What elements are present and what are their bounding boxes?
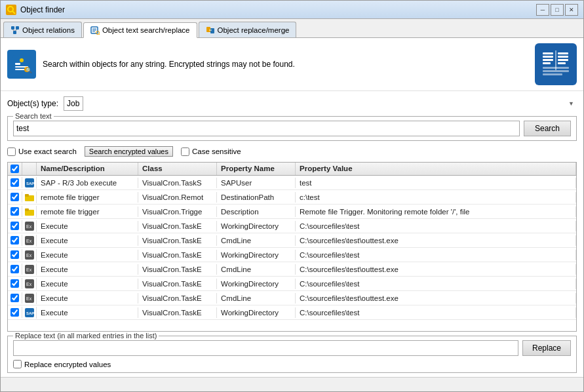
- row-checkbox[interactable]: [10, 193, 19, 201]
- row-name: Execute: [37, 293, 138, 304]
- select-all-checkbox[interactable]: [10, 165, 19, 173]
- row-icon-cell: Ex: [22, 264, 37, 275]
- row-value: C:\sourcefiles\test: [296, 221, 576, 231]
- row-class: VisualCron.Trigge: [138, 206, 217, 217]
- row-checkbox-cell[interactable]: [8, 235, 22, 246]
- info-bar: 🔍 Search within objects for any string. …: [1, 38, 583, 91]
- row-name: SAP - R/3 Job execute: [37, 178, 138, 188]
- replace-encrypted-checkbox[interactable]: [13, 360, 22, 368]
- svg-text:Ex: Ex: [26, 239, 32, 243]
- search-button[interactable]: Search: [524, 121, 571, 136]
- row-icon: [25, 193, 34, 202]
- svg-text:Ex: Ex: [26, 253, 32, 258]
- row-icon: Ex: [25, 279, 34, 288]
- search-input[interactable]: [13, 121, 520, 136]
- row-checkbox[interactable]: [10, 265, 19, 273]
- main-content: 🔍 Search within objects for any string. …: [1, 38, 583, 377]
- tab-object-relations[interactable]: Object relations: [3, 22, 82, 37]
- svg-rect-18: [15, 63, 20, 65]
- svg-rect-26: [543, 59, 553, 61]
- row-checkbox-cell[interactable]: [8, 307, 22, 318]
- replace-icon: [206, 26, 215, 35]
- minimize-button[interactable]: ─: [536, 4, 549, 16]
- tab-object-text-search[interactable]: Object text search/replace: [83, 22, 197, 38]
- replace-encrypted-label[interactable]: Replace encrypted values: [13, 360, 571, 368]
- row-checkbox[interactable]: [10, 279, 19, 288]
- th-checkbox[interactable]: [8, 163, 22, 175]
- replace-button[interactable]: Replace: [522, 340, 571, 356]
- table-row[interactable]: remote file trigger VisualCron.Trigge De…: [8, 205, 576, 219]
- svg-rect-34: [543, 70, 569, 72]
- row-checkbox[interactable]: [10, 250, 19, 259]
- row-checkbox[interactable]: [10, 236, 19, 245]
- th-value: Property Value: [296, 163, 576, 175]
- close-button[interactable]: ✕: [565, 4, 578, 16]
- row-icon: Ex: [25, 222, 34, 231]
- table-row[interactable]: Ex Execute VisualCron.TaskE CmdLine C:\s…: [8, 233, 576, 248]
- row-class: VisualCron.TaskE: [138, 307, 217, 318]
- search-encrypted-button[interactable]: Search encrypted values: [85, 146, 173, 157]
- row-value: C:\sourcefiles\test: [296, 279, 576, 289]
- case-sensitive-checkbox[interactable]: [181, 147, 189, 156]
- row-icon: Ex: [25, 265, 34, 274]
- row-property: WorkingDirectory: [217, 279, 296, 289]
- row-value: C:\sourcefiles\test: [296, 250, 576, 260]
- tab-object-replace[interactable]: Object replace/merge: [199, 22, 297, 37]
- row-name: Execute: [37, 279, 138, 289]
- row-checkbox-cell[interactable]: [8, 177, 22, 188]
- table-row[interactable]: SAP Execute VisualCron.TaskE WorkingDire…: [8, 305, 576, 320]
- row-checkbox[interactable]: [10, 222, 19, 230]
- row-name: Execute: [37, 307, 138, 318]
- row-icon: Ex: [25, 250, 34, 260]
- table-row[interactable]: Ex Execute VisualCron.TaskE WorkingDirec…: [8, 248, 576, 262]
- search-text-legend: Search text: [13, 112, 54, 120]
- use-exact-checkbox[interactable]: [7, 147, 16, 156]
- row-value: C:\sourcefiles\test\outtest.exe: [296, 264, 576, 275]
- row-icon-cell: SAP: [22, 177, 37, 189]
- row-checkbox[interactable]: [10, 178, 19, 187]
- row-checkbox[interactable]: [10, 294, 19, 302]
- row-icon-cell: Ex: [22, 249, 37, 261]
- row-value: C:\sourcefiles\test: [296, 307, 576, 318]
- row-property: CmdLine: [217, 264, 296, 275]
- row-checkbox-cell[interactable]: [8, 264, 22, 275]
- svg-rect-3: [16, 26, 19, 29]
- row-icon-cell: [22, 206, 37, 218]
- row-icon-cell: Ex: [22, 278, 37, 290]
- row-checkbox[interactable]: [10, 207, 19, 216]
- row-checkbox-cell[interactable]: [8, 206, 22, 217]
- maximize-button[interactable]: □: [551, 4, 564, 16]
- tab-relations-label: Object relations: [22, 26, 75, 34]
- table-row[interactable]: Ex Execute VisualCron.TaskE WorkingDirec…: [8, 277, 576, 291]
- table-scroll[interactable]: SAP SAP - R/3 Job execute VisualCron.Tas…: [8, 176, 576, 331]
- svg-rect-4: [13, 31, 16, 34]
- tab-replace-label: Object replace/merge: [218, 26, 290, 34]
- row-checkbox-cell[interactable]: [8, 220, 22, 231]
- case-sensitive-label[interactable]: Case sensitive: [181, 147, 241, 156]
- use-exact-label[interactable]: Use exact search: [7, 147, 77, 156]
- table-row[interactable]: Ex Execute VisualCron.TaskE WorkingDirec…: [8, 219, 576, 233]
- replace-input[interactable]: [13, 340, 518, 356]
- row-checkbox-cell[interactable]: [8, 278, 22, 289]
- table-row[interactable]: Ex Execute VisualCron.TaskE CmdLine C:\s…: [8, 291, 576, 305]
- row-property: Description: [217, 206, 296, 217]
- row-checkbox-cell[interactable]: [8, 292, 22, 304]
- form-area: Object(s) type: Job Search text Search U…: [1, 91, 583, 162]
- svg-text:Ex: Ex: [26, 224, 32, 229]
- row-value: C:\sourcefiles\test\outtest.exe: [296, 293, 576, 304]
- row-checkbox-cell[interactable]: [8, 191, 22, 203]
- row-name: Execute: [37, 264, 138, 275]
- row-checkbox[interactable]: [10, 308, 19, 317]
- row-checkbox-cell[interactable]: [8, 249, 22, 260]
- table-row[interactable]: SAP SAP - R/3 Job execute VisualCron.Tas…: [8, 176, 576, 190]
- table-row[interactable]: Ex Execute VisualCron.TaskE CmdLine C:\s…: [8, 262, 576, 277]
- table-row[interactable]: remote file trigger VisualCron.Remot Des…: [8, 190, 576, 205]
- info-icon: 🔍: [7, 50, 36, 79]
- svg-rect-25: [543, 56, 553, 58]
- svg-rect-29: [558, 56, 568, 58]
- row-class: VisualCron.TaskE: [138, 293, 217, 304]
- object-type-select[interactable]: Job: [64, 96, 83, 111]
- window-title: Object finder: [20, 5, 536, 14]
- object-type-row: Object(s) type: Job: [7, 96, 577, 111]
- row-class: VisualCron.TaskE: [138, 221, 217, 231]
